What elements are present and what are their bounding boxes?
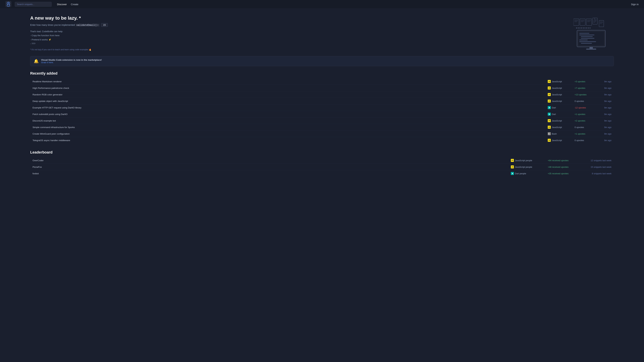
table-row[interactable]: TelegrafJS async handler middleware JS J… [30, 137, 614, 143]
recently-added-title: Recently added [30, 71, 614, 76]
banner-text: Visual Studio Code extension is now in t… [41, 59, 102, 64]
hero-footnote: * It's not lazy if you use it to teach a… [30, 48, 108, 51]
leader-snippets: 15 snippets last week [581, 166, 612, 168]
table-row[interactable]: Realtime Markdown renderer JS JavaScript… [30, 78, 614, 85]
snippet-lang: JS JavaScript [548, 119, 574, 122]
snippet-votes: +3 upvotes [574, 80, 596, 83]
leader-name: foxbot [32, 172, 511, 175]
table-row[interactable]: Fetch subreddit posts using DartIO ◆ Dar… [30, 111, 614, 117]
snippet-time: 9m ago [596, 80, 612, 83]
table-row[interactable]: Random RGB color generator JS JavaScript… [30, 91, 614, 98]
snippet-name: DiscordJS example bot [32, 119, 548, 122]
snippet-votes: 0 upvotes [574, 100, 596, 102]
banner: 🔔 Visual Studio Code extension is now in… [30, 56, 614, 66]
sign-in-button[interactable]: Sign in [631, 3, 639, 6]
snippet-time: 9m ago [596, 126, 612, 129]
hero-section: A new way to be lazy. * Enter how many t… [0, 9, 644, 56]
svg-rect-19 [599, 20, 604, 27]
svg-point-24 [578, 27, 579, 28]
table-row[interactable]: Simple command infrastructure for Sporks… [30, 124, 614, 130]
svg-rect-3 [574, 19, 579, 25]
svg-point-30 [588, 27, 589, 28]
search-input[interactable] [15, 2, 52, 7]
banner-icon: 🔔 [34, 59, 39, 63]
svg-rect-40 [581, 43, 592, 44]
table-row[interactable]: Example HTTP GET request using DartIO li… [30, 104, 614, 111]
snippet-name: Realtime Markdown renderer [32, 80, 548, 83]
leader-lang: ◆ Dart people [511, 172, 548, 175]
svg-point-23 [576, 27, 577, 28]
snippet-time: 9m ago [596, 100, 612, 102]
svg-rect-36 [581, 36, 593, 37]
svg-point-28 [584, 27, 586, 28]
snippet-lang: JS JavaScript [548, 80, 574, 83]
leader-name: PizzaFox [32, 166, 511, 168]
snippet-time: 9m ago [596, 113, 612, 115]
svg-rect-11 [586, 19, 592, 25]
svg-rect-34 [579, 33, 589, 34]
nav-links: Discover Create [57, 2, 78, 6]
leader-lang: JS JavaScript people [511, 159, 548, 162]
snippet-lang: $_ Bash [548, 132, 574, 135]
snippet-name: Fetch subreddit posts using DartIO [32, 113, 548, 115]
snippet-time: 9m ago [596, 139, 612, 142]
table-row[interactable]: Create WireGuard peer configuration $_ B… [30, 130, 614, 137]
svg-rect-38 [579, 39, 588, 40]
svg-rect-7 [580, 19, 585, 25]
snippet-votes: -12 upvotes [574, 106, 596, 109]
recently-added-section: Recently added Realtime Markdown rendere… [0, 71, 644, 150]
validate-email-count-input[interactable] [101, 23, 108, 27]
snippet-name: Random RGB color generator [32, 93, 548, 96]
leader-upvotes: +48 received upvotes [548, 166, 581, 168]
snippet-votes: +1 upvotes [574, 133, 596, 135]
snippet-votes: 0 upvotes [574, 126, 596, 129]
hero-illustration [574, 17, 610, 51]
svg-point-26 [581, 27, 582, 28]
svg-rect-2 [8, 5, 9, 5]
svg-rect-15 [593, 18, 598, 24]
list-item[interactable]: OverCoder JS JavaScript people +64 recei… [30, 157, 614, 164]
svg-point-27 [583, 27, 584, 28]
snippet-lang: JS JavaScript [548, 86, 574, 89]
svg-rect-39 [579, 41, 596, 42]
svg-point-25 [580, 27, 580, 28]
snippet-time: 9m ago [596, 133, 612, 135]
snippet-lang: JS JavaScript [548, 93, 574, 96]
snippet-time: 9m ago [596, 106, 612, 109]
snippets-list: Realtime Markdown renderer JS JavaScript… [30, 78, 614, 143]
leader-snippets: 8 snippets last week [581, 172, 612, 175]
svg-rect-35 [579, 34, 594, 35]
snippet-name: Simple command infrastructure for Sporks [32, 126, 548, 129]
list-item[interactable]: foxbot ◆ Dart people +35 received upvote… [30, 170, 614, 177]
snippet-time: 9m ago [596, 87, 612, 89]
logo[interactable] [5, 1, 15, 7]
leaderboard-title: Leaderboard [30, 150, 614, 155]
leaderboard-section: Leaderboard OverCoder JS JavaScript peop… [0, 150, 644, 183]
table-row[interactable]: High Performance palindrome check JS Jav… [30, 85, 614, 91]
snippet-lang: JS JavaScript [548, 139, 574, 142]
snippet-lang: ◆ Dart [548, 113, 574, 116]
snippet-lang: JS JavaScript [548, 99, 574, 103]
leader-name: OverCoder [32, 159, 511, 162]
snippet-lang: ◆ Dart [548, 106, 574, 109]
nav-discover[interactable]: Discover [57, 2, 67, 6]
table-row[interactable]: DiscordJS example bot JS JavaScript +2 u… [30, 117, 614, 124]
svg-point-29 [586, 27, 587, 28]
snippet-votes: +7 upvotes [574, 87, 596, 89]
table-row[interactable]: Deep update object with JavaScript JS Ja… [30, 98, 614, 104]
snippet-votes: +13 upvotes [574, 93, 596, 96]
svg-rect-42 [586, 49, 596, 50]
svg-point-31 [590, 27, 590, 28]
leaders-list: OverCoder JS JavaScript people +64 recei… [30, 157, 614, 177]
snippet-votes: 0 upvotes [574, 139, 596, 142]
hero-title: A new way to be lazy. * [30, 15, 108, 21]
snippet-name: Deep update object with JavaScript [32, 100, 548, 102]
list-item[interactable]: PizzaFox JS JavaScript people +48 receiv… [30, 164, 614, 170]
svg-rect-37 [581, 38, 594, 39]
leader-lang: JS JavaScript people [511, 165, 548, 168]
banner-link[interactable]: Grab it here. [41, 61, 54, 64]
nav-create[interactable]: Create [71, 2, 78, 6]
leader-upvotes: +35 received upvotes [548, 172, 581, 175]
navbar: Discover Create Sign in [0, 0, 644, 9]
snippet-name: Example HTTP GET request using DartIO li… [32, 106, 548, 109]
